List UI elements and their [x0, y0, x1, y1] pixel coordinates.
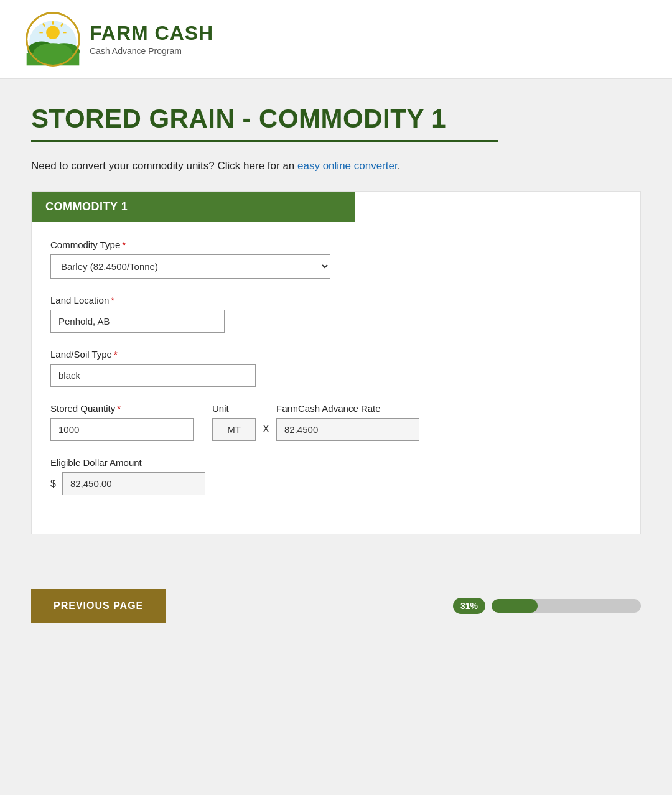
- unit-label: Unit: [212, 403, 256, 414]
- converter-text-before: Need to convert your commodity units? Cl…: [31, 160, 297, 172]
- progress-fill: [492, 599, 538, 613]
- required-star-qty: *: [117, 403, 121, 414]
- progress-track: [492, 599, 641, 613]
- required-star-land: *: [111, 295, 114, 305]
- progress-container: 31%: [453, 598, 641, 614]
- stored-qty-label: Stored Quantity*: [50, 403, 194, 414]
- eligible-amount-input: [62, 472, 205, 495]
- eligible-amount-label: Eligible Dollar Amount: [50, 457, 622, 468]
- main-content: STORED GRAIN - COMMODITY 1 Need to conve…: [0, 79, 672, 572]
- land-location-label: Land Location*: [50, 295, 622, 305]
- converter-text-after: .: [398, 160, 401, 172]
- logo-container: FARM CASH Cash Advance Program: [25, 11, 213, 67]
- required-star-commodity-type: *: [122, 239, 126, 250]
- eligible-amount-group: Eligible Dollar Amount $: [50, 457, 622, 495]
- converter-link[interactable]: easy online converter: [297, 160, 398, 172]
- commodity-type-label: Commodity Type*: [50, 239, 622, 250]
- land-location-input[interactable]: [50, 310, 225, 333]
- logo-text-block: FARM CASH Cash Advance Program: [90, 22, 213, 55]
- title-underline: [31, 140, 498, 142]
- converter-text: Need to convert your commodity units? Cl…: [31, 160, 641, 172]
- brand-name: FARM CASH: [90, 22, 213, 44]
- brand-subtitle: Cash Advance Program: [90, 46, 213, 56]
- dollar-row: $: [50, 472, 622, 495]
- progress-percent-label: 31%: [453, 598, 485, 614]
- required-star-soil: *: [114, 349, 118, 360]
- commodity-type-select[interactable]: Barley (82.4500/Tonne) Wheat (95.0000/To…: [50, 254, 330, 279]
- stored-quantity-group: Stored Quantity*: [50, 403, 194, 441]
- farm-cash-logo-icon: [25, 11, 81, 67]
- unit-input: [212, 418, 256, 441]
- land-location-group: Land Location*: [50, 295, 622, 333]
- commodity-section-header: COMMODITY 1: [32, 192, 355, 222]
- soil-type-group: Land/Soil Type*: [50, 349, 622, 387]
- rate-input: [276, 418, 419, 441]
- rate-label: FarmCash Advance Rate: [276, 403, 419, 414]
- soil-type-input[interactable]: [50, 364, 256, 387]
- page-title: STORED GRAIN - COMMODITY 1: [31, 104, 641, 134]
- commodity-type-group: Commodity Type* Barley (82.4500/Tonne) W…: [50, 239, 622, 279]
- footer-area: PREVIOUS PAGE 31%: [0, 572, 672, 648]
- svg-rect-11: [27, 53, 80, 66]
- previous-page-button[interactable]: PREVIOUS PAGE: [31, 589, 166, 623]
- soil-type-label: Land/Soil Type*: [50, 349, 622, 360]
- quantity-rate-row: Stored Quantity* Unit x FarmCash Advance…: [50, 403, 622, 441]
- svg-point-2: [46, 26, 60, 39]
- dollar-sign: $: [50, 478, 56, 490]
- rate-group: FarmCash Advance Rate: [276, 403, 419, 441]
- unit-group: Unit: [212, 403, 256, 441]
- commodity-card: COMMODITY 1 Commodity Type* Barley (82.4…: [31, 191, 641, 534]
- commodity-body: Commodity Type* Barley (82.4500/Tonne) W…: [32, 222, 640, 534]
- stored-quantity-input[interactable]: [50, 418, 194, 441]
- multiply-sign: x: [256, 422, 276, 441]
- header: FARM CASH Cash Advance Program: [0, 0, 672, 79]
